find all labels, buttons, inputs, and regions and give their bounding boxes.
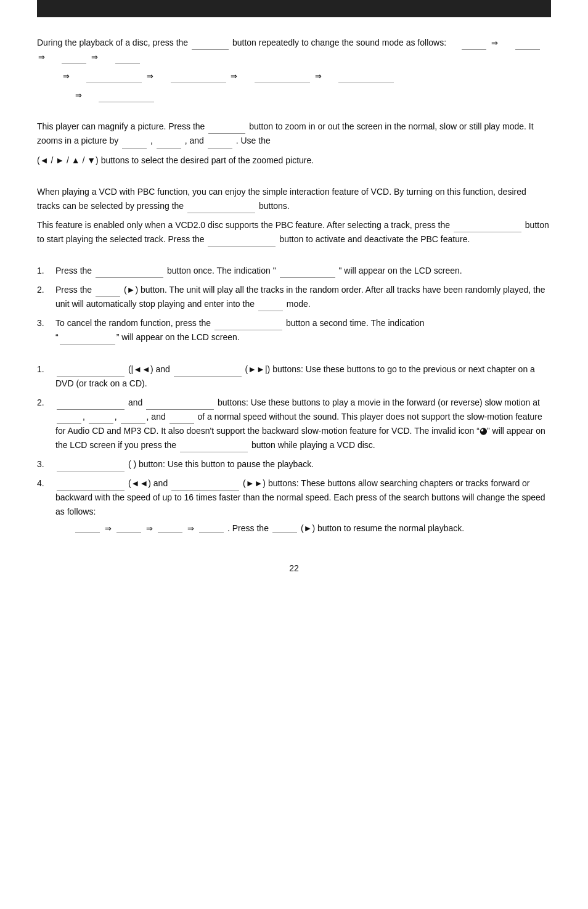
blank8	[338, 75, 394, 83]
speed-blank1	[75, 524, 100, 533]
random-blank5	[214, 322, 282, 330]
playback-list: 1. (|◄◄) and (►►|) buttons: Use these bu…	[37, 362, 551, 539]
random-num-1: 1.	[37, 264, 55, 278]
random-blank2	[280, 269, 335, 278]
playback-num-2: 2.	[37, 396, 55, 452]
sound-mode-para1: During the playback of a disc, press the…	[37, 36, 551, 64]
blank4	[115, 55, 140, 64]
random-list: 1. Press the button once. The indication…	[37, 264, 551, 344]
random-item-1: 1. Press the button once. The indication…	[37, 264, 551, 278]
arrow3: ⇒	[91, 51, 98, 63]
pbc-text1-end: buttons.	[259, 201, 290, 211]
blank3	[62, 55, 86, 64]
zoom-text1: This player can magnify a picture. Press…	[37, 121, 205, 131]
arrow7: ⇒	[315, 70, 322, 83]
blank9	[99, 94, 154, 102]
random-blank1	[96, 269, 163, 278]
random-blank4	[258, 303, 283, 311]
pbc-section: When playing a VCD with PBC function, yo…	[37, 185, 551, 247]
playback-item-4: 4. (◄◄) and (►►) buttons: These buttons …	[37, 476, 551, 538]
zoom-blank1	[122, 140, 147, 149]
blank5	[86, 75, 142, 83]
zoom-para2: (◄ / ► / ▲ / ▼) buttons to select the de…	[37, 153, 551, 168]
playback-num-3: 3.	[37, 457, 55, 471]
speed-arrow1: ⇒	[105, 522, 112, 535]
pb-blank7	[121, 415, 145, 424]
page-number-text: 22	[289, 563, 299, 573]
arrow4: ⇒	[63, 70, 70, 83]
random-num-3: 3.	[37, 316, 55, 344]
zoom-blank2	[157, 140, 181, 149]
arrow2: ⇒	[38, 51, 45, 63]
speed-arrows-row: ⇒ ⇒ ⇒ . Press the (►) button to resume t…	[74, 521, 551, 536]
random-item-3: 3. To cancel the random function, press …	[37, 316, 551, 344]
speed-blank5	[272, 524, 297, 533]
arrow1: ⇒	[491, 36, 498, 49]
random-content-1: Press the button once. The indication " …	[55, 264, 551, 278]
blank2	[515, 41, 540, 50]
zoom-para: This player can magnify a picture. Press…	[37, 120, 551, 148]
speed-blank2	[116, 524, 141, 533]
pb-blank9	[180, 444, 248, 452]
zoom-comma1: ,	[150, 136, 153, 145]
playback-section: 1. (|◄◄) and (►►|) buttons: Use these bu…	[37, 362, 551, 539]
blank7	[255, 75, 310, 83]
sound-mode-text2: button repeatedly to change the sound mo…	[232, 38, 446, 47]
random-content-2: Press the (►) button. The unit will play…	[55, 283, 551, 311]
speed-arrow2: ⇒	[146, 522, 153, 535]
arrow6: ⇒	[231, 70, 237, 83]
pb-blank4	[146, 401, 214, 410]
sound-mode-button-blank	[192, 41, 229, 50]
playback-content-4: (◄◄) and (►►) buttons: These buttons all…	[55, 476, 551, 538]
page-container: During the playback of a disc, press the…	[0, 0, 588, 909]
random-blank6	[60, 336, 115, 345]
arrow5: ⇒	[147, 70, 153, 83]
playback-item-1: 1. (|◄◄) and (►►|) buttons: Use these bu…	[37, 362, 551, 391]
sound-mode-para3: ⇒	[74, 88, 551, 102]
playback-content-1: (|◄◄) and (►►|) buttons: Use these butto…	[55, 362, 551, 391]
pbc-blank1	[187, 205, 255, 213]
pbc-blank3	[208, 238, 276, 247]
playback-num-4: 4.	[37, 476, 55, 538]
playback-item-2: 2. and buttons: Use these buttons to pla…	[37, 396, 551, 452]
pb-blank2	[174, 368, 242, 377]
random-item-2: 2. Press the (►) button. The unit will p…	[37, 283, 551, 311]
pb-blank1	[57, 368, 125, 377]
playback-content-2: and buttons: Use these buttons to play a…	[55, 396, 551, 452]
pb-blank11	[57, 482, 125, 491]
pbc-blank2	[454, 224, 521, 232]
pb-blank3	[57, 401, 125, 410]
pb-blank8	[169, 415, 194, 424]
sound-mode-text1: During the playback of a disc, press the	[37, 38, 188, 47]
page-number: 22	[37, 563, 551, 573]
playback-content-3: ( ) button: Use this button to pause the…	[55, 457, 551, 471]
playback-item-3: 3. ( ) button: Use this button to pause …	[37, 457, 551, 471]
random-num-2: 2.	[37, 283, 55, 311]
sound-mode-section: During the playback of a disc, press the…	[37, 36, 551, 102]
pb-blank12	[171, 482, 239, 491]
speed-blank4	[199, 524, 224, 533]
blank1	[462, 41, 486, 50]
pbc-para2: This feature is enabled only when a VCD2…	[37, 218, 551, 247]
pbc-para1: When playing a VCD with PBC function, yo…	[37, 185, 551, 213]
random-section: 1. Press the button once. The indication…	[37, 264, 551, 344]
speed-blank3	[158, 524, 182, 533]
random-content-3: To cancel the random function, press the…	[55, 316, 551, 344]
speed-arrow3: ⇒	[187, 522, 194, 535]
random-blank3	[96, 288, 120, 297]
zoom-text4: . Use the	[236, 136, 271, 145]
zoom-button-blank	[208, 125, 245, 134]
zoom-text5: (◄ / ► / ▲ / ▼) buttons to select the de…	[37, 155, 314, 165]
pbc-text2-end: button to activate and deactivate the PB…	[279, 234, 470, 244]
pbc-text2: This feature is enabled only when a VCD2…	[37, 220, 450, 230]
zoom-text3: , and	[185, 136, 204, 145]
playback-num-1: 1.	[37, 362, 55, 391]
blank6	[171, 75, 226, 83]
pb-blank10	[57, 463, 125, 471]
header-bar	[37, 0, 551, 17]
pb-blank6	[89, 415, 113, 424]
pb-blank5	[57, 415, 81, 424]
zoom-blank3	[208, 140, 232, 149]
arrow8: ⇒	[75, 89, 82, 102]
zoom-section: This player can magnify a picture. Press…	[37, 120, 551, 167]
